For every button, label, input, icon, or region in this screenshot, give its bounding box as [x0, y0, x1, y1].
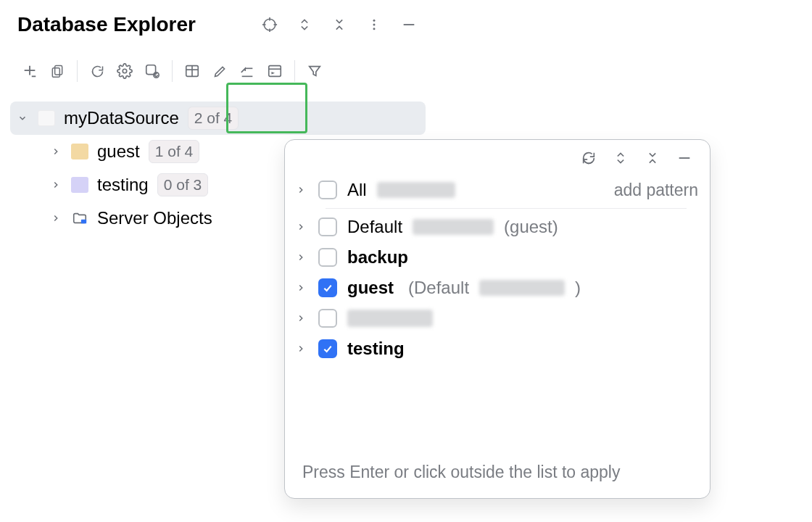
- popup-footer-hint: Press Enter or click outside the list to…: [285, 454, 710, 498]
- filter-icon[interactable]: [307, 63, 323, 79]
- gear-icon[interactable]: [117, 63, 133, 79]
- minimize-icon[interactable]: [676, 150, 692, 166]
- checkbox[interactable]: [318, 181, 337, 199]
- toolbar-divider: [172, 60, 173, 82]
- tree-row-datasource[interactable]: myDataSource 2 of 4: [10, 102, 426, 135]
- svg-point-7: [373, 28, 376, 30]
- refresh-icon[interactable]: [581, 150, 597, 166]
- expand-collapse-icon[interactable]: [297, 17, 312, 33]
- tree-item-label: guest: [97, 141, 140, 162]
- chevron-right-icon[interactable]: [49, 213, 62, 223]
- toolbar-divider: [77, 60, 78, 82]
- svg-point-5: [373, 20, 376, 22]
- divider: [326, 208, 687, 209]
- checkbox[interactable]: [318, 339, 337, 358]
- panel-title: Database Explorer: [17, 13, 196, 36]
- count-badge[interactable]: 0 of 3: [157, 173, 209, 196]
- blurred-text: [413, 219, 494, 235]
- console-icon[interactable]: [267, 63, 283, 79]
- checkbox[interactable]: [318, 309, 337, 328]
- datasource-icon: [38, 110, 55, 126]
- svg-rect-25: [81, 220, 86, 224]
- svg-point-0: [264, 19, 276, 30]
- popup-row-label: Default: [347, 217, 402, 237]
- chevron-right-icon[interactable]: [294, 222, 308, 232]
- popup-row[interactable]: All add pattern: [294, 175, 698, 205]
- expand-collapse-icon[interactable]: [613, 150, 629, 166]
- tree-item-label: testing: [97, 175, 149, 195]
- folder-icon: [71, 210, 88, 226]
- target-icon[interactable]: [262, 17, 278, 33]
- svg-marker-24: [271, 72, 275, 75]
- svg-point-14: [123, 69, 127, 73]
- datasource-label: myDataSource: [64, 108, 179, 128]
- add-pattern-link[interactable]: add pattern: [614, 181, 698, 200]
- blurred-text: [347, 310, 433, 327]
- schema-selector-popup: All add pattern Default (guest) backup g…: [284, 139, 710, 499]
- collapse-all-icon[interactable]: [645, 150, 660, 166]
- chevron-right-icon[interactable]: [294, 313, 308, 323]
- copy-icon[interactable]: [49, 63, 65, 79]
- datasource-count-badge[interactable]: 2 of 4: [188, 107, 239, 130]
- chevron-right-icon[interactable]: [294, 283, 308, 293]
- blurred-text: [377, 182, 455, 198]
- tree-item-label: Server Objects: [97, 208, 212, 228]
- popup-row[interactable]: Default (guest): [294, 212, 698, 242]
- popup-row-sub-prefix: (Default: [408, 278, 469, 298]
- svg-point-6: [373, 24, 376, 26]
- stop-refresh-icon[interactable]: [144, 63, 160, 79]
- chevron-right-icon[interactable]: [294, 185, 308, 195]
- chevron-down-icon[interactable]: [16, 113, 29, 123]
- checkbox[interactable]: [318, 278, 337, 297]
- count-badge[interactable]: 1 of 4: [149, 140, 200, 163]
- blurred-text: [479, 280, 565, 296]
- chevron-right-icon[interactable]: [49, 146, 62, 157]
- schema-icon: [71, 144, 88, 160]
- popup-row[interactable]: [294, 303, 698, 334]
- popup-row-label: All: [347, 180, 367, 200]
- popup-row-label: guest: [347, 278, 394, 298]
- checkbox[interactable]: [318, 248, 337, 267]
- chevron-right-icon[interactable]: [49, 180, 62, 190]
- table-icon[interactable]: [184, 63, 200, 79]
- chevron-right-icon[interactable]: [294, 344, 308, 354]
- edit-icon[interactable]: [212, 63, 228, 79]
- popup-row[interactable]: guest (Default ): [294, 273, 698, 303]
- popup-row[interactable]: testing: [294, 334, 698, 364]
- minimize-icon[interactable]: [401, 17, 417, 33]
- popup-row-sub-suffix: ): [575, 278, 581, 298]
- checkbox[interactable]: [318, 218, 337, 236]
- svg-rect-22: [269, 66, 281, 77]
- svg-rect-12: [55, 66, 62, 75]
- toolbar-divider: [294, 60, 295, 82]
- add-icon[interactable]: [22, 63, 38, 79]
- kebab-menu-icon[interactable]: [366, 17, 382, 33]
- popup-row-sub: (guest): [504, 217, 558, 237]
- svg-rect-13: [52, 68, 59, 78]
- popup-row-label: backup: [347, 247, 408, 268]
- schema-icon: [71, 177, 88, 193]
- collapse-all-icon[interactable]: [331, 17, 347, 33]
- popup-row-label: testing: [347, 339, 405, 359]
- jump-to-ddl-icon[interactable]: [239, 63, 255, 79]
- popup-row[interactable]: backup: [294, 242, 698, 273]
- refresh-icon[interactable]: [89, 63, 105, 79]
- chevron-right-icon[interactable]: [294, 252, 308, 262]
